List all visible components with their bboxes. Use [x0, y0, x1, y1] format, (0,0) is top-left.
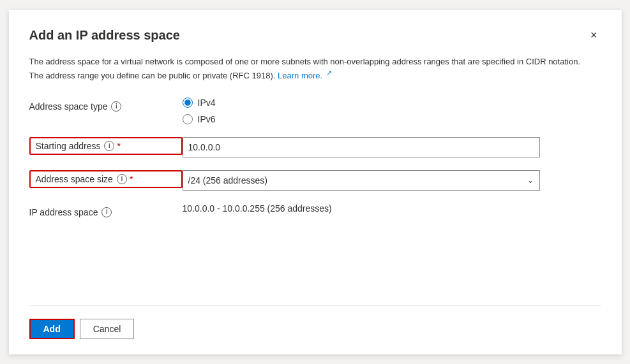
learn-more-link[interactable]: Learn more. ↗ [278, 71, 332, 80]
dialog-footer: Add Cancel [29, 305, 601, 339]
form-body: Address space type i IPv4 IPv6 [29, 98, 601, 290]
ipv6-radio[interactable] [183, 114, 193, 124]
address-space-size-select-wrapper: /8 (16777216 addresses) /16 (65536 addre… [183, 170, 540, 191]
add-ip-address-space-dialog: Add an IP address space × The address sp… [9, 10, 622, 354]
address-space-type-row: Address space type i IPv4 IPv6 [29, 98, 601, 124]
starting-address-label-col: Starting address i * [29, 137, 183, 155]
add-button[interactable]: Add [29, 319, 75, 339]
address-space-type-label: Address space type [29, 101, 108, 112]
radio-group: IPv4 IPv6 [183, 98, 601, 124]
address-space-size-select[interactable]: /8 (16777216 addresses) /16 (65536 addre… [183, 170, 540, 191]
starting-address-info-icon[interactable]: i [104, 141, 114, 151]
address-space-type-control: IPv4 IPv6 [183, 98, 601, 124]
address-space-size-label-col: Address space size i * [29, 170, 183, 188]
ip-address-space-value: 10.0.0.0 - 10.0.0.255 (256 addresses) [183, 200, 332, 214]
starting-address-row: Starting address i * [29, 137, 601, 157]
starting-address-control [183, 137, 601, 157]
ip-address-space-label-col: IP address space i [29, 203, 183, 217]
starting-address-required: * [117, 141, 120, 151]
address-space-size-required: * [130, 174, 133, 184]
ip-address-space-label: IP address space [29, 207, 98, 217]
ipv4-option[interactable]: IPv4 [183, 98, 601, 108]
ip-address-space-value-col: 10.0.0.0 - 10.0.0.255 (256 addresses) [183, 203, 601, 214]
address-space-size-row: Address space size i * /8 (16777216 addr… [29, 170, 601, 191]
ipv6-option[interactable]: IPv6 [183, 114, 601, 124]
close-button[interactable]: × [587, 28, 601, 42]
address-space-size-info-icon[interactable]: i [117, 174, 127, 184]
starting-address-input[interactable] [183, 137, 540, 157]
ipv4-radio[interactable] [183, 98, 193, 108]
cancel-button[interactable]: Cancel [80, 319, 135, 339]
ipv4-label: IPv4 [198, 98, 216, 108]
ipv6-label: IPv6 [198, 114, 216, 124]
address-space-type-info-icon[interactable]: i [111, 101, 121, 112]
ip-address-space-info-icon[interactable]: i [101, 207, 112, 217]
ip-address-space-row: IP address space i 10.0.0.0 - 10.0.0.255… [29, 203, 601, 217]
dialog-description: The address space for a virtual network … [29, 55, 591, 82]
dialog-header: Add an IP address space × [29, 28, 601, 43]
dialog-title: Add an IP address space [29, 28, 180, 43]
external-link-icon: ↗ [326, 69, 332, 76]
starting-address-label: Starting address [36, 141, 101, 151]
address-space-size-control: /8 (16777216 addresses) /16 (65536 addre… [183, 170, 601, 191]
address-space-size-label: Address space size [36, 174, 113, 184]
address-space-type-label-col: Address space type i [29, 98, 183, 112]
